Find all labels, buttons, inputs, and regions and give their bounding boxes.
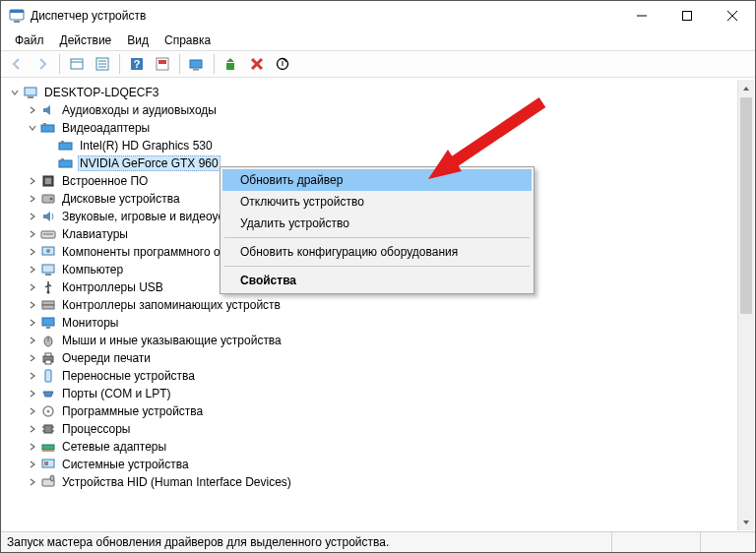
port-icon [40,386,56,401]
chevron-right-icon[interactable] [27,476,38,488]
category-label: Очереди печати [60,351,153,365]
usb-icon [40,279,56,295]
category-label: Видеоадаптеры [60,121,152,135]
close-button[interactable] [710,1,755,31]
menu-file[interactable]: Файл [7,31,52,49]
chevron-right-icon[interactable] [27,423,38,435]
tree-category-softdev[interactable]: Программные устройства [5,402,755,420]
tree-device-intel[interactable]: Intel(R) HD Graphics 530 [5,137,755,154]
tree-category-hid[interactable]: Устройства HID (Human Interface Devices) [5,473,755,491]
device-tree[interactable]: DESKTOP-LDQECF3 Аудиовходы и аудиовыходы… [1,80,755,530]
statusbar-cell [611,532,700,552]
category-label: Устройства HID (Human Interface Devices) [60,475,293,489]
toolbar-disable[interactable] [271,52,294,76]
toolbar-action[interactable] [151,52,174,76]
maximize-button[interactable] [664,1,710,31]
svg-rect-7 [71,59,83,69]
svg-rect-19 [226,63,234,70]
chevron-right-icon[interactable] [27,228,38,240]
svg-rect-44 [42,318,54,326]
scroll-up-arrow-icon[interactable] [738,80,754,96]
svg-rect-17 [190,60,202,68]
firmware-icon [40,173,56,189]
chevron-down-icon[interactable] [9,87,21,98]
category-label: Мониторы [60,316,120,330]
category-label: Компьютер [60,263,125,276]
tree-category-portable[interactable]: Переносные устройства [5,367,755,385]
chevron-right-icon[interactable] [27,175,38,187]
svg-rect-32 [45,178,51,184]
svg-point-34 [50,198,53,201]
chevron-right-icon[interactable] [27,317,38,329]
toolbar-forward[interactable] [31,52,54,76]
window-title: Диспетчер устройств [31,9,619,23]
context-menu: Обновить драйвер Отключить устройство Уд… [220,166,535,294]
tree-category-system[interactable]: Системные устройства [5,456,755,473]
chevron-right-icon[interactable] [27,388,38,399]
menu-help[interactable]: Справка [157,31,219,49]
computer-icon [40,262,56,277]
chevron-right-icon[interactable] [27,211,38,222]
tree-category-network[interactable]: Сетевые адаптеры [5,438,755,456]
toolbar-update-driver[interactable] [220,52,243,76]
tree-category-audio[interactable]: Аудиовходы и аудиовыходы [5,101,755,119]
ctx-separator [224,237,530,238]
menu-action[interactable]: Действие [52,31,120,49]
chevron-right-icon[interactable] [27,335,38,346]
chevron-right-icon[interactable] [27,246,38,258]
tree-category-mouse[interactable]: Мыши и иные указывающие устройства [5,332,755,349]
toolbar-scan[interactable] [185,52,209,76]
device-label: NVIDIA GeForce GTX 960 [78,155,220,171]
device-label: Intel(R) HD Graphics 530 [78,139,215,153]
chevron-right-icon[interactable] [27,405,38,417]
tree-category-display[interactable]: Видеоадаптеры [5,119,755,137]
toolbar-help[interactable]: ? [125,52,149,76]
chevron-right-icon[interactable] [27,441,38,453]
toolbar-show-hidden[interactable] [65,52,89,76]
menu-view[interactable]: Вид [119,31,157,49]
chevron-right-icon[interactable] [27,104,38,116]
menubar: Файл Действие Вид Справка [1,31,755,50]
category-label: Дисковые устройства [60,192,182,206]
toolbar-properties[interactable] [91,52,114,76]
chevron-right-icon[interactable] [27,193,38,205]
category-label: Мыши и иные указывающие устройства [60,334,284,347]
network-icon [40,439,56,455]
mouse-icon [40,333,56,348]
svg-point-53 [47,410,50,413]
tree-category-ports[interactable]: Порты (COM и LPT) [5,385,755,402]
tree-root[interactable]: DESKTOP-LDQECF3 [5,84,755,101]
tree-category-storage[interactable]: Контроллеры запоминающих устройств [5,296,755,314]
ctx-disable-device[interactable]: Отключить устройство [222,191,532,213]
svg-rect-1 [10,10,24,13]
ctx-properties[interactable]: Свойства [222,270,532,291]
scrollbar-thumb[interactable] [740,97,752,314]
chevron-right-icon[interactable] [27,299,38,311]
chevron-down-icon[interactable] [27,122,38,134]
chevron-right-icon[interactable] [27,370,38,382]
tree-category-printq[interactable]: Очереди печати [5,349,755,367]
portable-icon [40,368,56,384]
svg-rect-29 [59,160,72,167]
toolbar-uninstall[interactable] [245,52,269,76]
chevron-right-icon[interactable] [27,264,38,276]
app-icon [9,8,25,24]
statusbar-text: Запуск мастера обновления драйверов для … [7,535,389,549]
toolbar: ? [1,50,755,78]
chevron-right-icon[interactable] [27,459,38,470]
statusbar: Запуск мастера обновления драйверов для … [1,531,755,552]
toolbar-back[interactable] [5,52,29,76]
svg-rect-59 [42,445,54,450]
scroll-down-arrow-icon[interactable] [738,514,754,530]
category-label: Клавиатуры [60,227,130,241]
ctx-update-driver[interactable]: Обновить драйвер [222,169,532,191]
vertical-scrollbar[interactable] [737,80,754,530]
tree-category-monitor[interactable]: Мониторы [5,314,755,332]
ctx-uninstall-device[interactable]: Удалить устройство [222,213,532,234]
minimize-button[interactable] [619,1,664,31]
chevron-right-icon[interactable] [27,281,38,293]
chevron-right-icon[interactable] [27,352,38,364]
disk-icon [40,191,56,207]
tree-category-cpu[interactable]: Процессоры [5,420,755,438]
ctx-scan-hardware[interactable]: Обновить конфигурацию оборудования [222,241,532,263]
